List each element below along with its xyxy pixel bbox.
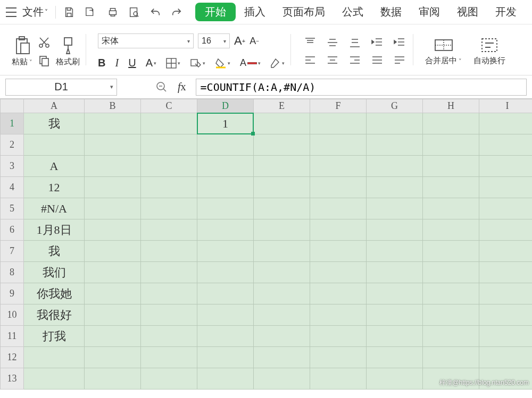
align-right-icon[interactable]	[350, 56, 360, 65]
cell[interactable]	[367, 262, 423, 283]
row-header[interactable]: 6	[1, 219, 24, 241]
cell[interactable]	[423, 326, 479, 347]
cell[interactable]	[254, 368, 310, 389]
save-as-icon[interactable]	[85, 6, 97, 18]
cell[interactable]	[141, 326, 197, 347]
cell[interactable]	[310, 219, 367, 241]
tab-data[interactable]: 数据	[372, 2, 410, 22]
cell[interactable]	[197, 347, 254, 368]
cell[interactable]	[85, 304, 141, 326]
wrap-text-button[interactable]: 自动换行	[473, 37, 505, 66]
row-header[interactable]: 12	[1, 347, 24, 368]
cell[interactable]: #N/A	[24, 198, 85, 219]
column-header[interactable]: D	[197, 99, 254, 113]
cell[interactable]	[310, 283, 367, 304]
name-box[interactable]: D1 ▾	[5, 79, 117, 96]
cell[interactable]	[367, 134, 423, 156]
cell[interactable]	[197, 304, 254, 326]
cell[interactable]: 你我她	[24, 283, 85, 304]
cell[interactable]	[423, 156, 479, 177]
cell[interactable]	[197, 326, 254, 347]
cell[interactable]	[197, 219, 254, 241]
cell[interactable]	[479, 262, 533, 283]
cell[interactable]	[254, 177, 310, 198]
cell[interactable]: 打我	[24, 326, 85, 347]
cell[interactable]	[141, 262, 197, 283]
row-header[interactable]: 1	[1, 113, 24, 134]
cell[interactable]	[310, 134, 367, 156]
cell[interactable]	[367, 156, 423, 177]
cell[interactable]	[423, 347, 479, 368]
cell[interactable]	[85, 198, 141, 219]
merge-center-button[interactable]: 合并居中	[425, 37, 462, 66]
cell[interactable]	[197, 156, 254, 177]
menu-icon[interactable]	[5, 7, 17, 17]
cut-icon[interactable]	[38, 36, 51, 49]
column-header[interactable]: H	[423, 99, 479, 113]
decrease-indent-icon[interactable]	[371, 38, 383, 47]
cell[interactable]	[197, 198, 254, 219]
formula-input[interactable]	[196, 79, 527, 96]
borders-icon[interactable]: ▾	[166, 58, 180, 69]
tab-page-layout[interactable]: 页面布局	[274, 2, 334, 22]
cell[interactable]	[141, 177, 197, 198]
row-header[interactable]: 13	[1, 368, 24, 389]
cell[interactable]	[254, 134, 310, 156]
cell[interactable]	[423, 219, 479, 241]
tab-review[interactable]: 审阅	[410, 2, 448, 22]
cell[interactable]	[85, 347, 141, 368]
row-header[interactable]: 10	[1, 304, 24, 326]
cell[interactable]: 1月8日	[24, 219, 85, 241]
align-bottom-icon[interactable]	[350, 38, 360, 47]
cell[interactable]	[254, 198, 310, 219]
cell[interactable]	[254, 113, 310, 134]
save-icon[interactable]	[63, 6, 75, 18]
format-painter-button[interactable]: 格式刷	[56, 36, 80, 67]
cell[interactable]	[423, 283, 479, 304]
cell[interactable]	[367, 219, 423, 241]
row-header[interactable]: 8	[1, 262, 24, 283]
row-header[interactable]: 5	[1, 198, 24, 219]
cell[interactable]	[85, 241, 141, 262]
cell[interactable]	[367, 326, 423, 347]
align-left-icon[interactable]	[305, 56, 315, 65]
cell[interactable]	[141, 113, 197, 134]
cell[interactable]	[197, 368, 254, 389]
cell[interactable]: 我很好	[24, 304, 85, 326]
cell[interactable]	[310, 326, 367, 347]
italic-icon[interactable]: I	[115, 57, 119, 69]
cell[interactable]	[85, 113, 141, 134]
cell[interactable]	[254, 219, 310, 241]
cell[interactable]	[479, 113, 533, 134]
orientation-icon[interactable]	[394, 56, 405, 65]
tab-start[interactable]: 开始	[195, 3, 236, 21]
cell[interactable]	[310, 304, 367, 326]
cell[interactable]	[197, 134, 254, 156]
cell[interactable]	[141, 347, 197, 368]
select-all-corner[interactable]	[1, 99, 24, 113]
cell[interactable]	[310, 177, 367, 198]
undo-icon[interactable]	[149, 7, 161, 18]
column-header[interactable]: G	[367, 99, 423, 113]
cell[interactable]	[479, 156, 533, 177]
column-header[interactable]: E	[254, 99, 310, 113]
cell[interactable]	[423, 304, 479, 326]
cell[interactable]	[85, 368, 141, 389]
column-header[interactable]: I	[479, 99, 533, 113]
cell[interactable]: A	[24, 156, 85, 177]
cell[interactable]: 我	[24, 113, 85, 134]
align-top-icon[interactable]	[305, 38, 315, 47]
copy-icon[interactable]	[38, 54, 51, 67]
cancel-icon[interactable]	[155, 81, 168, 94]
column-header[interactable]: F	[310, 99, 367, 113]
spreadsheet[interactable]: ABCDEFGHI 1我123A4125#N/A61月8日7我8我们9你我她10…	[0, 99, 532, 389]
fx-icon[interactable]: fx	[178, 81, 186, 93]
font-name-select[interactable]: 宋体 ▾	[98, 33, 194, 48]
cell[interactable]	[479, 241, 533, 262]
paste-button[interactable]: 粘贴	[12, 36, 32, 67]
cell[interactable]	[85, 177, 141, 198]
cell[interactable]: 我	[24, 241, 85, 262]
cell[interactable]	[141, 241, 197, 262]
cell[interactable]	[254, 347, 310, 368]
cell[interactable]	[310, 368, 367, 389]
